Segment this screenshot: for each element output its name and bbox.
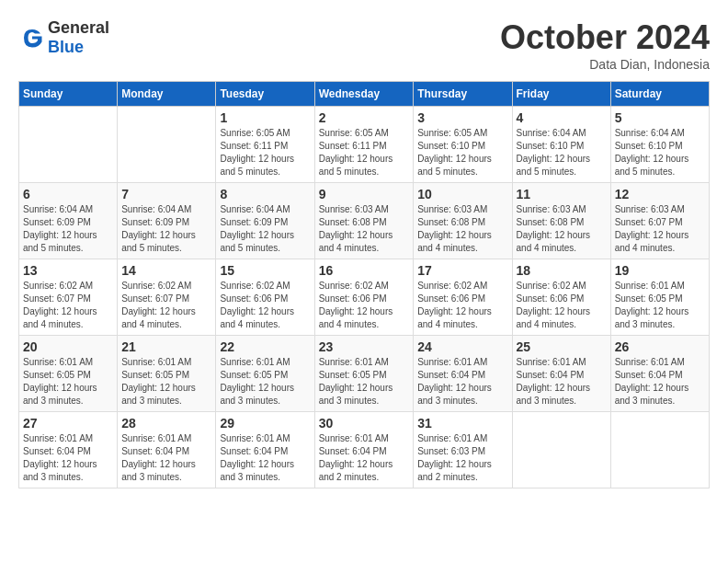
day-number: 21 [121, 339, 211, 354]
day-info: Sunrise: 6:01 AM Sunset: 6:05 PM Dayligh… [121, 356, 211, 408]
day-info: Sunrise: 6:03 AM Sunset: 6:08 PM Dayligh… [417, 203, 507, 255]
day-number: 2 [319, 110, 410, 125]
day-number: 10 [417, 187, 507, 201]
month-title: October 2024 [500, 18, 710, 57]
calendar-table: SundayMondayTuesdayWednesdayThursdayFrid… [18, 81, 710, 488]
logo-general-text: General [48, 18, 109, 37]
day-number: 11 [517, 187, 607, 201]
day-info: Sunrise: 6:01 AM Sunset: 6:05 PM Dayligh… [23, 356, 113, 408]
day-number: 9 [319, 187, 410, 201]
day-number: 15 [220, 263, 310, 278]
day-info: Sunrise: 6:04 AM Sunset: 6:10 PM Dayligh… [615, 127, 705, 178]
day-number: 18 [517, 263, 607, 278]
calendar-cell: 7Sunrise: 6:04 AM Sunset: 6:09 PM Daylig… [118, 183, 216, 259]
calendar-cell: 19Sunrise: 6:01 AM Sunset: 6:05 PM Dayli… [610, 259, 709, 336]
day-number: 14 [121, 263, 211, 278]
calendar-cell: 4Sunrise: 6:04 AM Sunset: 6:10 PM Daylig… [512, 107, 610, 183]
weekday-header-thursday: Thursday [414, 82, 512, 107]
logo: General Blue [18, 18, 109, 57]
day-info: Sunrise: 6:04 AM Sunset: 6:09 PM Dayligh… [23, 203, 113, 255]
calendar-cell: 30Sunrise: 6:01 AM Sunset: 6:04 PM Dayli… [314, 412, 414, 488]
calendar-cell: 28Sunrise: 6:01 AM Sunset: 6:04 PM Dayli… [118, 412, 216, 488]
logo-blue-text: Blue [48, 38, 84, 56]
day-number: 20 [23, 339, 113, 354]
calendar-cell: 24Sunrise: 6:01 AM Sunset: 6:04 PM Dayli… [414, 336, 512, 412]
calendar-cell [512, 412, 610, 488]
day-number: 22 [220, 339, 310, 354]
calendar-cell: 15Sunrise: 6:02 AM Sunset: 6:06 PM Dayli… [216, 259, 314, 336]
day-number: 27 [23, 416, 113, 431]
day-number: 6 [23, 187, 113, 201]
day-number: 28 [121, 416, 211, 431]
day-info: Sunrise: 6:01 AM Sunset: 6:04 PM Dayligh… [319, 432, 410, 484]
day-info: Sunrise: 6:05 AM Sunset: 6:10 PM Dayligh… [417, 127, 507, 178]
calendar-cell: 22Sunrise: 6:01 AM Sunset: 6:05 PM Dayli… [216, 336, 314, 412]
day-info: Sunrise: 6:01 AM Sunset: 6:04 PM Dayligh… [23, 432, 113, 484]
calendar-cell: 20Sunrise: 6:01 AM Sunset: 6:05 PM Dayli… [19, 336, 118, 412]
calendar-cell [610, 412, 709, 488]
calendar-cell: 9Sunrise: 6:03 AM Sunset: 6:08 PM Daylig… [314, 183, 414, 259]
calendar-cell: 2Sunrise: 6:05 AM Sunset: 6:11 PM Daylig… [314, 107, 414, 183]
day-number: 17 [417, 263, 507, 278]
calendar-cell: 3Sunrise: 6:05 AM Sunset: 6:10 PM Daylig… [414, 107, 512, 183]
day-info: Sunrise: 6:05 AM Sunset: 6:11 PM Dayligh… [220, 127, 310, 178]
day-info: Sunrise: 6:01 AM Sunset: 6:04 PM Dayligh… [517, 356, 607, 408]
day-info: Sunrise: 6:02 AM Sunset: 6:06 PM Dayligh… [319, 280, 410, 331]
calendar-cell [19, 107, 118, 183]
calendar-cell: 26Sunrise: 6:01 AM Sunset: 6:04 PM Dayli… [610, 336, 709, 412]
calendar-week-row: 20Sunrise: 6:01 AM Sunset: 6:05 PM Dayli… [19, 336, 710, 412]
day-number: 29 [220, 416, 310, 431]
calendar-cell: 21Sunrise: 6:01 AM Sunset: 6:05 PM Dayli… [118, 336, 216, 412]
calendar-week-row: 6Sunrise: 6:04 AM Sunset: 6:09 PM Daylig… [19, 183, 710, 259]
day-info: Sunrise: 6:01 AM Sunset: 6:03 PM Dayligh… [417, 432, 507, 484]
calendar-cell: 6Sunrise: 6:04 AM Sunset: 6:09 PM Daylig… [19, 183, 118, 259]
calendar-cell: 31Sunrise: 6:01 AM Sunset: 6:03 PM Dayli… [414, 412, 512, 488]
day-info: Sunrise: 6:02 AM Sunset: 6:06 PM Dayligh… [417, 280, 507, 331]
calendar-cell [118, 107, 216, 183]
day-info: Sunrise: 6:03 AM Sunset: 6:08 PM Dayligh… [319, 203, 410, 255]
weekday-header-saturday: Saturday [610, 82, 709, 107]
day-info: Sunrise: 6:03 AM Sunset: 6:08 PM Dayligh… [517, 203, 607, 255]
day-info: Sunrise: 6:01 AM Sunset: 6:04 PM Dayligh… [417, 356, 507, 408]
calendar-cell: 23Sunrise: 6:01 AM Sunset: 6:05 PM Dayli… [314, 336, 414, 412]
calendar-cell: 27Sunrise: 6:01 AM Sunset: 6:04 PM Dayli… [19, 412, 118, 488]
day-number: 4 [517, 110, 607, 125]
day-number: 16 [319, 263, 410, 278]
calendar-week-row: 27Sunrise: 6:01 AM Sunset: 6:04 PM Dayli… [19, 412, 710, 488]
logo-icon [18, 24, 46, 52]
day-number: 30 [319, 416, 410, 431]
calendar-cell: 10Sunrise: 6:03 AM Sunset: 6:08 PM Dayli… [414, 183, 512, 259]
day-info: Sunrise: 6:05 AM Sunset: 6:11 PM Dayligh… [319, 127, 410, 178]
day-number: 5 [615, 110, 705, 125]
calendar-cell: 29Sunrise: 6:01 AM Sunset: 6:04 PM Dayli… [216, 412, 314, 488]
day-info: Sunrise: 6:02 AM Sunset: 6:06 PM Dayligh… [517, 280, 607, 331]
title-area: October 2024 Data Dian, Indonesia [500, 18, 710, 72]
day-number: 1 [220, 110, 310, 125]
day-info: Sunrise: 6:04 AM Sunset: 6:09 PM Dayligh… [121, 203, 211, 255]
day-number: 19 [615, 263, 705, 278]
day-number: 8 [220, 187, 310, 201]
day-number: 31 [417, 416, 507, 431]
calendar-cell: 16Sunrise: 6:02 AM Sunset: 6:06 PM Dayli… [314, 259, 414, 336]
day-info: Sunrise: 6:01 AM Sunset: 6:04 PM Dayligh… [121, 432, 211, 484]
day-info: Sunrise: 6:01 AM Sunset: 6:04 PM Dayligh… [220, 432, 310, 484]
day-info: Sunrise: 6:01 AM Sunset: 6:05 PM Dayligh… [319, 356, 410, 408]
day-info: Sunrise: 6:02 AM Sunset: 6:07 PM Dayligh… [121, 280, 211, 331]
calendar-week-row: 1Sunrise: 6:05 AM Sunset: 6:11 PM Daylig… [19, 107, 710, 183]
day-number: 25 [517, 339, 607, 354]
calendar-cell: 12Sunrise: 6:03 AM Sunset: 6:07 PM Dayli… [610, 183, 709, 259]
day-info: Sunrise: 6:02 AM Sunset: 6:06 PM Dayligh… [220, 280, 310, 331]
location-subtitle: Data Dian, Indonesia [500, 57, 710, 72]
day-number: 13 [23, 263, 113, 278]
calendar-cell: 11Sunrise: 6:03 AM Sunset: 6:08 PM Dayli… [512, 183, 610, 259]
day-info: Sunrise: 6:04 AM Sunset: 6:09 PM Dayligh… [220, 203, 310, 255]
calendar-cell: 8Sunrise: 6:04 AM Sunset: 6:09 PM Daylig… [216, 183, 314, 259]
day-info: Sunrise: 6:03 AM Sunset: 6:07 PM Dayligh… [615, 203, 705, 255]
day-number: 3 [417, 110, 507, 125]
calendar-cell: 13Sunrise: 6:02 AM Sunset: 6:07 PM Dayli… [19, 259, 118, 336]
weekday-header-wednesday: Wednesday [314, 82, 414, 107]
page-header: General Blue October 2024 Data Dian, Ind… [18, 18, 710, 72]
day-info: Sunrise: 6:01 AM Sunset: 6:05 PM Dayligh… [615, 280, 705, 331]
calendar-week-row: 13Sunrise: 6:02 AM Sunset: 6:07 PM Dayli… [19, 259, 710, 336]
day-info: Sunrise: 6:01 AM Sunset: 6:05 PM Dayligh… [220, 356, 310, 408]
